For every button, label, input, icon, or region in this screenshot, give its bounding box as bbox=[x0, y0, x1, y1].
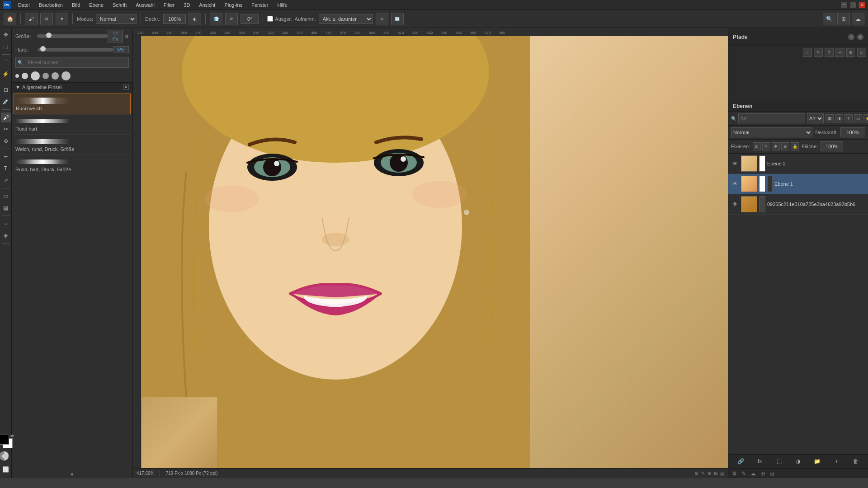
menu-ansicht[interactable]: Ansicht bbox=[197, 1, 217, 9]
brush-search-input[interactable] bbox=[25, 58, 127, 66]
aufnehm-select[interactable]: Akt. u. darunter bbox=[319, 14, 373, 24]
brush-preset-rund-hart[interactable]: Rund hart bbox=[14, 114, 131, 135]
airbrush-button[interactable]: 💨 bbox=[210, 13, 222, 25]
menu-datei[interactable]: Datei bbox=[16, 1, 32, 9]
workspace-button[interactable]: ⊞ bbox=[837, 13, 850, 25]
gradient-tool[interactable]: ▤ bbox=[1, 203, 11, 213]
angle-button[interactable]: ⟳ bbox=[225, 13, 238, 25]
cloud-sync-button[interactable]: ☁ bbox=[852, 13, 864, 25]
preset-circle-small[interactable] bbox=[15, 74, 19, 78]
pfade-options-button[interactable]: ≡ bbox=[857, 34, 863, 40]
menu-filter[interactable]: Filter bbox=[162, 1, 176, 9]
menu-hilfe[interactable]: Hilfe bbox=[275, 1, 289, 9]
search-button[interactable]: 🔍 bbox=[823, 13, 835, 25]
status-icon-gear[interactable]: ⚙ bbox=[732, 470, 737, 477]
visibility-toggle-ebene1[interactable]: 👁 bbox=[731, 180, 739, 188]
minimize-button[interactable]: ─ bbox=[841, 2, 847, 8]
menu-bearbeiten[interactable]: Bearbeiten bbox=[37, 1, 65, 9]
maximize-button[interactable]: □ bbox=[850, 2, 856, 8]
type-tool[interactable]: T bbox=[1, 164, 11, 174]
fix-trans-btn[interactable]: ⊡ bbox=[753, 142, 761, 150]
preset-circle-large2[interactable] bbox=[61, 71, 71, 80]
tool-options-button[interactable]: ⚙ bbox=[40, 13, 53, 25]
magic-wand-tool[interactable]: ⚡ bbox=[1, 69, 11, 79]
menu-3d[interactable]: 3D bbox=[182, 1, 192, 9]
pfade-btn-4[interactable]: ⇒ bbox=[835, 48, 844, 57]
pfade-btn-2[interactable]: ✎ bbox=[814, 48, 823, 57]
brush-preset-rund-hart-druck[interactable]: Rund, hart, Druck, Größe bbox=[14, 155, 131, 175]
groesse-value[interactable]: 12 Px bbox=[108, 30, 123, 42]
selection-tool[interactable]: ⬚ bbox=[1, 42, 11, 52]
menu-plugins[interactable]: Plug-ins bbox=[222, 1, 244, 9]
3d-tool[interactable]: ◈ bbox=[1, 230, 11, 240]
layer-row-ebene2[interactable]: 👁 Ebene 2 bbox=[728, 154, 868, 174]
swap-colors-button[interactable]: ⇄ bbox=[10, 433, 14, 438]
general-brushes-header[interactable]: ▼ Allgemeine Pinsel ≡ bbox=[12, 83, 132, 92]
layer-row-bg[interactable]: 👁 09265c211e010a725e3ba4623a92b5b6 bbox=[728, 194, 868, 215]
brush-preset-weich-rund-druck[interactable]: Weich, rund, Druck, Größe bbox=[14, 135, 131, 155]
add-adj-btn[interactable]: ◑ bbox=[793, 456, 803, 466]
ebenen-mode-select[interactable]: Normal bbox=[731, 127, 812, 137]
visibility-toggle-bg[interactable]: 👁 bbox=[731, 200, 739, 208]
pfade-new-button[interactable]: + bbox=[848, 34, 854, 40]
brush-panel-collapse-button[interactable]: ▲ bbox=[12, 469, 132, 478]
status-icon-grid[interactable]: ⊞ bbox=[760, 470, 765, 477]
menu-ebene[interactable]: Ebene bbox=[87, 1, 105, 9]
angle-input[interactable] bbox=[241, 14, 259, 24]
home-button[interactable]: 🏠 bbox=[4, 13, 16, 25]
preset-circle-large[interactable] bbox=[31, 71, 40, 80]
status-icon-cloud[interactable]: ☁ bbox=[750, 470, 756, 477]
crop-tool[interactable]: ⊡ bbox=[1, 85, 11, 95]
modus-select[interactable]: Normal bbox=[96, 14, 137, 24]
layer-comp-btn[interactable]: 🔄 bbox=[391, 13, 404, 25]
menu-auswahl[interactable]: Auswahl bbox=[134, 1, 156, 9]
fix-paint-btn[interactable]: ✎ bbox=[762, 142, 770, 150]
filter-adj-btn[interactable]: ◑ bbox=[835, 114, 843, 122]
deckraft-input[interactable] bbox=[840, 127, 865, 137]
sample-btn[interactable]: ⊕ bbox=[376, 13, 388, 25]
lasso-tool[interactable]: ⌒ bbox=[1, 57, 11, 67]
foreground-color-swatch[interactable] bbox=[0, 435, 9, 445]
close-button[interactable]: ✕ bbox=[859, 2, 865, 8]
healing-tool[interactable]: ⊕ bbox=[1, 136, 11, 146]
filter-type-btn[interactable]: T bbox=[844, 114, 853, 122]
menu-bild[interactable]: Bild bbox=[70, 1, 82, 9]
brush-preset-rund-weich[interactable]: Rund weich bbox=[14, 94, 131, 114]
layer-row-ebene1[interactable]: 👁 Ebene 1 bbox=[728, 174, 868, 194]
link-layers-btn[interactable]: 🔗 bbox=[736, 456, 745, 466]
new-group-btn[interactable]: 📁 bbox=[812, 456, 822, 466]
clone-tool[interactable]: ✂ bbox=[1, 124, 11, 134]
brush-hardness-knob[interactable] bbox=[40, 46, 46, 52]
new-layer-btn[interactable]: + bbox=[831, 456, 841, 466]
brush-tool[interactable]: 🖌 bbox=[1, 113, 11, 122]
filter-smart-btn[interactable]: ⚡ bbox=[863, 114, 868, 122]
screen-mode-button[interactable]: ⬜ bbox=[1, 465, 11, 474]
shape-tool[interactable]: ▭ bbox=[1, 191, 11, 201]
delete-layer-btn[interactable]: 🗑 bbox=[851, 456, 861, 466]
menu-fenster[interactable]: Fenster bbox=[250, 1, 270, 9]
status-icon-edit[interactable]: ✎ bbox=[741, 470, 746, 477]
status-icon-panels[interactable]: ▤ bbox=[769, 470, 774, 477]
brush-size-knob[interactable] bbox=[46, 33, 52, 38]
visibility-toggle-ebene2[interactable]: 👁 bbox=[731, 160, 739, 168]
pen-tool[interactable]: ✒ bbox=[1, 152, 11, 162]
filter-shape-btn[interactable]: ▭ bbox=[854, 114, 862, 122]
pfade-btn-6[interactable]: □ bbox=[857, 48, 866, 57]
move-tool[interactable]: ✥ bbox=[1, 30, 11, 40]
pfade-btn-3[interactable]: T bbox=[825, 48, 834, 57]
brush-tool-button[interactable]: 🖌 bbox=[25, 13, 38, 25]
eyedropper-tool[interactable]: 💉 bbox=[1, 97, 11, 107]
add-style-btn[interactable]: fx bbox=[755, 456, 765, 466]
preset-circle-medium[interactable] bbox=[22, 73, 28, 79]
fix-art-btn[interactable]: ⊕ bbox=[781, 142, 789, 150]
ausger-checkbox[interactable] bbox=[267, 16, 273, 22]
brush-settings-button[interactable]: ⚙ bbox=[125, 34, 129, 39]
deckraft-adjust-button[interactable]: ◐ bbox=[189, 13, 201, 25]
dodge-tool[interactable]: ○ bbox=[1, 219, 11, 229]
path-selection-tool[interactable]: ↗ bbox=[1, 175, 11, 185]
flaeche-input[interactable] bbox=[821, 141, 843, 151]
menu-schrift[interactable]: Schrift bbox=[111, 1, 128, 9]
folder-expand-button[interactable]: ≡ bbox=[123, 84, 129, 90]
brush-picker-button[interactable]: ▼ bbox=[56, 13, 68, 25]
filter-pixel-btn[interactable]: ▦ bbox=[826, 114, 834, 122]
